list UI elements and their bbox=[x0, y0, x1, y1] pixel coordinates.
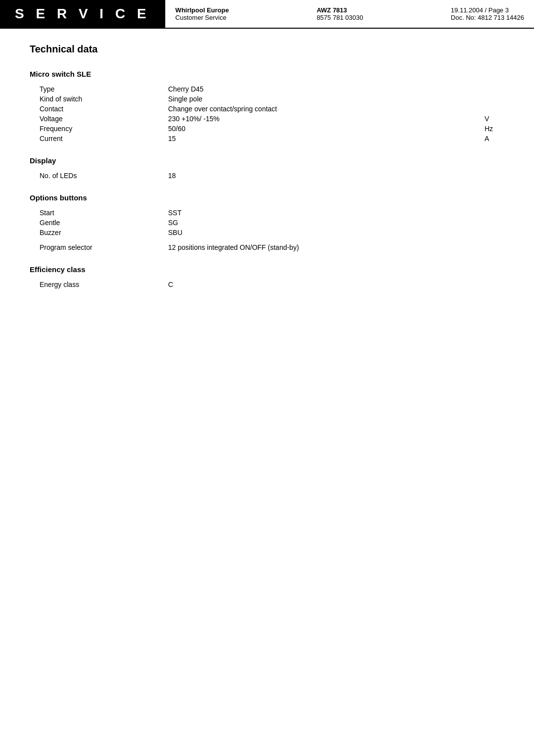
value-no-leds: 18 bbox=[168, 172, 480, 180]
label-contact: Contact bbox=[40, 105, 168, 113]
header-date-label: 19.11.2004 / Page 3 bbox=[451, 6, 524, 14]
unit-program-selector bbox=[485, 243, 504, 251]
label-buzzer: Buzzer bbox=[40, 229, 168, 236]
label-program-selector: Program selector bbox=[40, 243, 168, 251]
header-model-label: AWZ 7813 bbox=[316, 6, 363, 14]
header-col-company: Whirlpool Europe Customer Service bbox=[176, 6, 229, 21]
section-efficiency-class: Efficiency class Energy class C bbox=[30, 265, 504, 288]
unit-frequency: Hz bbox=[485, 125, 504, 133]
unit-buzzer bbox=[485, 229, 504, 236]
unit-kind-of-switch bbox=[485, 95, 504, 103]
label-energy-class: Energy class bbox=[40, 281, 168, 288]
service-logo: S E R V I C E bbox=[0, 0, 165, 28]
header-doc-value: Doc. No: 4812 713 14426 bbox=[451, 14, 524, 21]
page-header: S E R V I C E Whirlpool Europe Customer … bbox=[0, 0, 534, 29]
value-voltage: 230 +10%/ -15% bbox=[168, 115, 480, 123]
unit-current: A bbox=[485, 135, 504, 142]
unit-type bbox=[485, 85, 504, 93]
label-start: Start bbox=[40, 209, 168, 217]
row-frequency: Frequency 50/60 Hz bbox=[30, 125, 504, 133]
label-type: Type bbox=[40, 85, 168, 93]
unit-gentle bbox=[485, 219, 504, 227]
efficiency-class-heading: Efficiency class bbox=[30, 265, 504, 274]
main-content: Technical data Micro switch SLE Type Che… bbox=[0, 29, 534, 317]
row-current: Current 15 A bbox=[30, 135, 504, 142]
label-voltage: Voltage bbox=[40, 115, 168, 123]
display-heading: Display bbox=[30, 156, 504, 165]
section-options-buttons: Options buttons Start SST Gentle SG Buzz… bbox=[30, 193, 504, 251]
value-start: SST bbox=[168, 209, 480, 217]
row-kind-of-switch: Kind of switch Single pole bbox=[30, 95, 504, 103]
unit-voltage: V bbox=[485, 115, 504, 123]
row-buzzer: Buzzer SBU bbox=[30, 229, 504, 236]
label-kind-of-switch: Kind of switch bbox=[40, 95, 168, 103]
section-display: Display No. of LEDs 18 bbox=[30, 156, 504, 180]
row-no-leds: No. of LEDs 18 bbox=[30, 172, 504, 180]
label-current: Current bbox=[40, 135, 168, 142]
unit-start bbox=[485, 209, 504, 217]
row-energy-class: Energy class C bbox=[30, 281, 504, 288]
options-buttons-heading: Options buttons bbox=[30, 193, 504, 202]
section-micro-switch: Micro switch SLE Type Cherry D45 Kind of… bbox=[30, 70, 504, 142]
header-col-doc: 19.11.2004 / Page 3 Doc. No: 4812 713 14… bbox=[451, 6, 524, 21]
micro-switch-heading: Micro switch SLE bbox=[30, 70, 504, 78]
row-contact: Contact Change over contact/spring conta… bbox=[30, 105, 504, 113]
unit-no-leds bbox=[485, 172, 504, 180]
value-program-selector: 12 positions integrated ON/OFF (stand-by… bbox=[168, 243, 480, 251]
label-gentle: Gentle bbox=[40, 219, 168, 227]
header-company-label: Whirlpool Europe bbox=[176, 6, 229, 14]
unit-contact bbox=[485, 105, 504, 113]
row-voltage: Voltage 230 +10%/ -15% V bbox=[30, 115, 504, 123]
value-kind-of-switch: Single pole bbox=[168, 95, 480, 103]
label-no-leds: No. of LEDs bbox=[40, 172, 168, 180]
value-current: 15 bbox=[168, 135, 480, 142]
header-company-value: Customer Service bbox=[176, 14, 229, 21]
header-col-model: AWZ 7813 8575 781 03030 bbox=[316, 6, 363, 21]
value-buzzer: SBU bbox=[168, 229, 480, 236]
header-model-value: 8575 781 03030 bbox=[316, 14, 363, 21]
value-energy-class: C bbox=[168, 281, 480, 288]
value-frequency: 50/60 bbox=[168, 125, 480, 133]
label-frequency: Frequency bbox=[40, 125, 168, 133]
value-gentle: SG bbox=[168, 219, 480, 227]
row-program-selector: Program selector 12 positions integrated… bbox=[30, 243, 504, 251]
row-start: Start SST bbox=[30, 209, 504, 217]
row-gentle: Gentle SG bbox=[30, 219, 504, 227]
row-type: Type Cherry D45 bbox=[30, 85, 504, 93]
header-info: Whirlpool Europe Customer Service AWZ 78… bbox=[165, 0, 534, 28]
value-contact: Change over contact/spring contact bbox=[168, 105, 480, 113]
value-type: Cherry D45 bbox=[168, 85, 480, 93]
page-title: Technical data bbox=[30, 44, 504, 55]
unit-energy-class bbox=[485, 281, 504, 288]
